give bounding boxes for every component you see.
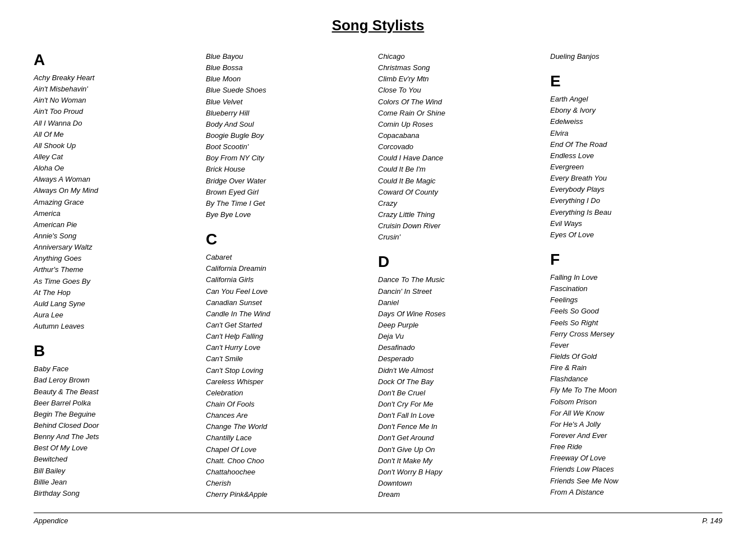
list-item: Friends See Me Now xyxy=(550,476,711,487)
list-item: Blue Bayou xyxy=(206,51,367,62)
list-item: Amazing Grace xyxy=(34,197,195,208)
list-item: Brick House xyxy=(206,164,367,175)
list-item: Come Rain Or Shine xyxy=(378,108,539,119)
list-item: Cherish xyxy=(206,478,367,489)
list-item: Brown Eyed Girl xyxy=(206,187,367,198)
list-item: Ebony & Ivory xyxy=(550,105,711,116)
list-item: Chantilly Lace xyxy=(206,432,367,444)
list-item: Dueling Banjos xyxy=(550,51,711,62)
list-item: Ain't No Woman xyxy=(34,95,195,106)
list-item: Eyes Of Love xyxy=(550,229,711,241)
list-item: Baby Face xyxy=(34,363,195,375)
list-item: Ain't Misbehavin' xyxy=(34,84,195,95)
list-item: All I Wanna Do xyxy=(34,118,195,129)
list-item: Canadian Sunset xyxy=(206,297,367,308)
list-item: Deja Vu xyxy=(378,331,539,342)
main-content: AAchy Breaky HeartAin't Misbehavin'Ain't… xyxy=(34,51,722,500)
footer-left: Appendice xyxy=(34,516,68,525)
list-item: Blueberry Hill xyxy=(206,108,367,119)
column-3: Dueling BanjosEEarth AngelEbony & IvoryE… xyxy=(550,51,722,500)
list-item: American Pie xyxy=(34,219,195,230)
list-item: Don't It Make My xyxy=(378,455,539,467)
list-item: Careless Whisper xyxy=(206,376,367,388)
list-item: America xyxy=(34,208,195,219)
list-item: Chicago xyxy=(378,51,539,62)
section-letter-B: B xyxy=(34,342,195,360)
list-item: Celebration xyxy=(206,388,367,399)
list-item: Behind Closed Door xyxy=(34,420,195,431)
list-item: Chattahoochee xyxy=(206,467,367,478)
section-letter-A: A xyxy=(34,51,195,69)
list-item: Close To You xyxy=(378,85,539,96)
list-item: Ain't Too Proud xyxy=(34,106,195,117)
section-letter-F: F xyxy=(550,251,711,269)
list-item: Could It Be I'm xyxy=(378,164,539,175)
song-list-0-1: Baby FaceBad Leroy BrownBeauty & The Bea… xyxy=(34,363,195,499)
list-item: Didn't We Almost xyxy=(378,365,539,376)
list-item: Don't Be Cruel xyxy=(378,388,539,399)
list-item: At The Hop xyxy=(34,287,195,298)
list-item: Feels So Good xyxy=(550,306,711,317)
song-list-3-1: Earth AngelEbony & IvoryEdelweissElviraE… xyxy=(550,94,711,241)
list-item: Can't Smile xyxy=(206,353,367,365)
list-item: Don't Get Around xyxy=(378,432,539,444)
list-item: Friends Low Places xyxy=(550,464,711,475)
song-list-1-0: Blue BayouBlue BossaBlue MoonBlue Suede … xyxy=(206,51,367,220)
list-item: Aloha Oe xyxy=(34,163,195,174)
list-item: Comin Up Roses xyxy=(378,119,539,130)
list-item: Cabaret xyxy=(206,252,367,263)
list-item: Blue Moon xyxy=(206,73,367,85)
list-item: Folsom Prison xyxy=(550,396,711,408)
list-item: As Time Goes By xyxy=(34,276,195,287)
list-item: Beauty & The Beast xyxy=(34,386,195,398)
list-item: Bill Bailey xyxy=(34,465,195,477)
list-item: Desperado xyxy=(378,353,539,365)
list-item: Copacabana xyxy=(378,130,539,141)
list-item: Elvira xyxy=(550,128,711,139)
list-item: Blue Velvet xyxy=(206,96,367,108)
list-item: Fascination xyxy=(550,283,711,294)
list-item: Chain Of Fools xyxy=(206,399,367,410)
list-item: Don't Fence Me In xyxy=(378,421,539,432)
list-item: Chatt. Choo Choo xyxy=(206,455,367,467)
list-item: Boogie Bugle Boy xyxy=(206,130,367,141)
list-item: Could I Have Dance xyxy=(378,153,539,164)
list-item: Candle In The Wind xyxy=(206,308,367,320)
list-item: Desafinado xyxy=(378,342,539,353)
list-item: Daniel xyxy=(378,297,539,308)
list-item: From A Distance xyxy=(550,487,711,498)
list-item: Crusin' xyxy=(378,232,539,243)
list-item: Cruisin Down River xyxy=(378,220,539,232)
list-item: Days Of Wine Roses xyxy=(378,308,539,320)
list-item: Fields Of Gold xyxy=(550,351,711,362)
section-letter-E: E xyxy=(550,72,711,90)
list-item: Always On My Mind xyxy=(34,185,195,196)
page-title: Song Stylists xyxy=(34,17,722,34)
list-item: Everything I Do xyxy=(550,195,711,206)
list-item: Everybody Plays xyxy=(550,184,711,195)
list-item: Auld Lang Syne xyxy=(34,298,195,310)
song-list-0-0: Achy Breaky HeartAin't Misbehavin'Ain't … xyxy=(34,72,195,332)
list-item: Crazy Little Thing xyxy=(378,209,539,220)
list-item: Boot Scootin' xyxy=(206,141,367,153)
list-item: Colors Of The Wind xyxy=(378,96,539,108)
list-item: Forever And Ever xyxy=(550,430,711,441)
list-item: Edelweiss xyxy=(550,116,711,127)
list-item: Always A Woman xyxy=(34,174,195,185)
list-item: Feelings xyxy=(550,294,711,306)
list-item: Begin The Beguine xyxy=(34,409,195,420)
list-item: Corcovado xyxy=(378,141,539,153)
list-item: Can't Hurry Love xyxy=(206,342,367,353)
song-list-3-0: Dueling Banjos xyxy=(550,51,711,62)
list-item: Fire & Rain xyxy=(550,362,711,373)
list-item: Boy From NY City xyxy=(206,153,367,164)
list-item: Blue Suede Shoes xyxy=(206,85,367,96)
list-item: Alley Cat xyxy=(34,151,195,163)
footer-right: P. 149 xyxy=(702,516,722,525)
column-0: AAchy Breaky HeartAin't Misbehavin'Ain't… xyxy=(34,51,206,500)
list-item: Don't Give Up On xyxy=(378,444,539,455)
page-footer: Appendice P. 149 xyxy=(34,513,722,525)
list-item: Annie's Song xyxy=(34,230,195,242)
list-item: Dance To The Music xyxy=(378,274,539,285)
list-item: Could It Be Magic xyxy=(378,176,539,187)
